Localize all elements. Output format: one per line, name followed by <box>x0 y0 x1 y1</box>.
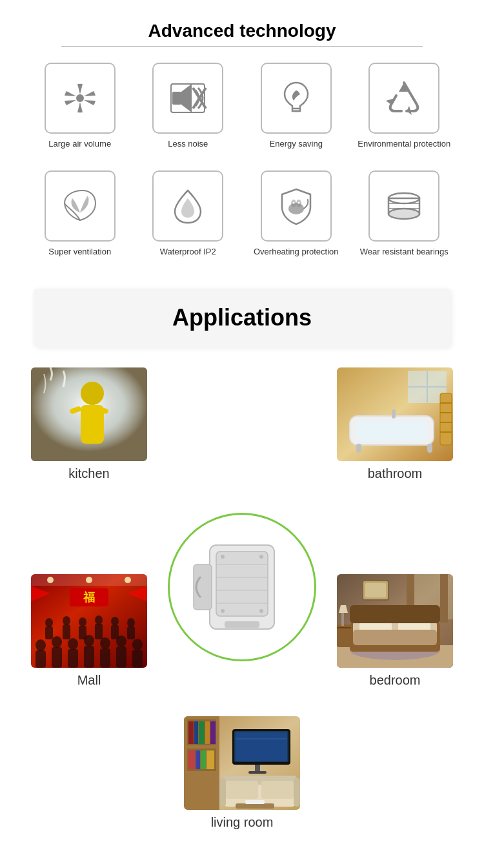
svg-rect-96 <box>341 613 344 626</box>
svg-rect-122 <box>219 778 226 807</box>
svg-point-47 <box>259 609 263 613</box>
svg-rect-105 <box>205 721 210 744</box>
wear-bearings-icon-box <box>368 170 439 242</box>
svg-rect-63 <box>100 648 110 668</box>
svg-rect-108 <box>188 750 195 769</box>
svg-rect-92 <box>353 630 437 645</box>
features-row1: Large air volume Less noi <box>0 63 484 155</box>
svg-rect-29 <box>356 444 361 453</box>
svg-rect-110 <box>201 750 206 769</box>
svg-text:福: 福 <box>83 591 95 604</box>
svg-point-76 <box>111 617 119 626</box>
kitchen-scene-svg <box>31 367 147 461</box>
svg-rect-65 <box>116 646 126 668</box>
svg-rect-38 <box>216 552 268 616</box>
svg-point-74 <box>95 615 103 625</box>
svg-rect-79 <box>127 626 135 639</box>
svg-rect-120 <box>226 781 258 799</box>
svg-point-56 <box>52 636 62 648</box>
svg-point-54 <box>35 639 46 651</box>
svg-rect-1 <box>172 92 181 105</box>
svg-point-68 <box>45 618 53 627</box>
living-room-scene-svg <box>184 716 300 810</box>
water-drop-icon <box>167 185 208 227</box>
svg-point-45 <box>259 555 263 559</box>
svg-rect-109 <box>196 750 200 769</box>
svg-rect-32 <box>440 393 452 445</box>
svg-rect-61 <box>84 646 94 668</box>
svg-rect-71 <box>63 625 70 639</box>
env-protection-icon-box <box>368 63 439 134</box>
svg-rect-93 <box>350 605 440 623</box>
super-ventilation-icon-box <box>45 170 116 242</box>
large-air-volume-icon-box <box>45 63 116 134</box>
svg-rect-85 <box>440 574 448 623</box>
recycle-icon <box>383 78 425 119</box>
svg-rect-59 <box>68 649 78 668</box>
feature-overheating: Overheating protection <box>247 170 345 258</box>
svg-point-10 <box>292 202 294 203</box>
svg-rect-77 <box>111 625 119 639</box>
radiation-icon <box>59 78 101 119</box>
applications-title: Applications <box>34 304 450 331</box>
waterproof-icon-box <box>152 170 223 242</box>
svg-rect-117 <box>248 771 267 774</box>
svg-point-53 <box>125 577 131 583</box>
svg-point-66 <box>132 639 143 650</box>
svg-rect-57 <box>52 647 62 668</box>
kitchen-image <box>31 367 147 461</box>
feature-waterproof: Waterproof IP2 <box>139 170 237 258</box>
svg-rect-104 <box>199 721 205 744</box>
features-row2: Super ventilation Waterproof IP2 <box>0 155 484 258</box>
app-item-bedroom: bedroom <box>337 574 453 688</box>
energy-saving-label: Energy saving <box>270 139 323 150</box>
svg-rect-114 <box>236 732 287 761</box>
svg-rect-73 <box>79 626 86 639</box>
svg-point-11 <box>297 202 299 203</box>
svg-rect-111 <box>207 750 214 769</box>
svg-point-70 <box>63 616 70 625</box>
applications-section: Applications <box>0 289 484 827</box>
bedroom-label: bedroom <box>370 673 421 688</box>
svg-point-51 <box>47 577 54 583</box>
energy-saving-icon-box <box>261 63 332 134</box>
mall-image: 福 <box>31 574 147 668</box>
svg-point-0 <box>76 94 84 102</box>
applications-banner: Applications <box>34 289 450 347</box>
feature-super-ventilation: Super ventilation <box>31 170 129 258</box>
svg-point-72 <box>79 617 86 626</box>
svg-rect-103 <box>194 721 198 744</box>
bathroom-label: bathroom <box>368 466 423 481</box>
feature-large-air-volume: Large air volume <box>31 63 129 150</box>
app-item-bathroom: bathroom <box>337 367 453 481</box>
overheating-icon-box <box>261 170 332 242</box>
svg-point-7 <box>288 203 304 214</box>
svg-rect-121 <box>261 781 294 799</box>
bathroom-image <box>337 367 453 461</box>
title-divider <box>61 46 423 47</box>
advanced-title: Advanced technology <box>0 0 484 46</box>
svg-rect-69 <box>45 626 53 639</box>
leaf-icon <box>59 185 101 227</box>
svg-point-58 <box>68 638 78 650</box>
advanced-technology-section: Advanced technology Large air volume <box>0 0 484 258</box>
svg-rect-48 <box>225 621 259 628</box>
app-item-living-room: living room <box>184 716 300 830</box>
feature-less-noise: Less noise <box>139 63 237 150</box>
wear-bearings-label: Wear resistant bearings <box>360 247 449 258</box>
svg-rect-102 <box>188 721 194 744</box>
svg-rect-123 <box>294 778 300 807</box>
mall-label: Mall <box>77 673 101 688</box>
svg-point-62 <box>100 637 110 649</box>
app-item-mall: 福 Mall <box>31 574 147 688</box>
overheating-label: Overheating protection <box>254 247 339 258</box>
svg-point-46 <box>221 609 225 613</box>
svg-rect-67 <box>132 650 143 668</box>
bearings-icon <box>383 185 425 227</box>
svg-rect-106 <box>210 721 216 744</box>
svg-rect-98 <box>365 583 386 597</box>
svg-point-52 <box>86 577 92 583</box>
svg-rect-55 <box>35 650 46 668</box>
shield-mouse-icon <box>276 185 317 227</box>
svg-rect-28 <box>356 420 427 441</box>
